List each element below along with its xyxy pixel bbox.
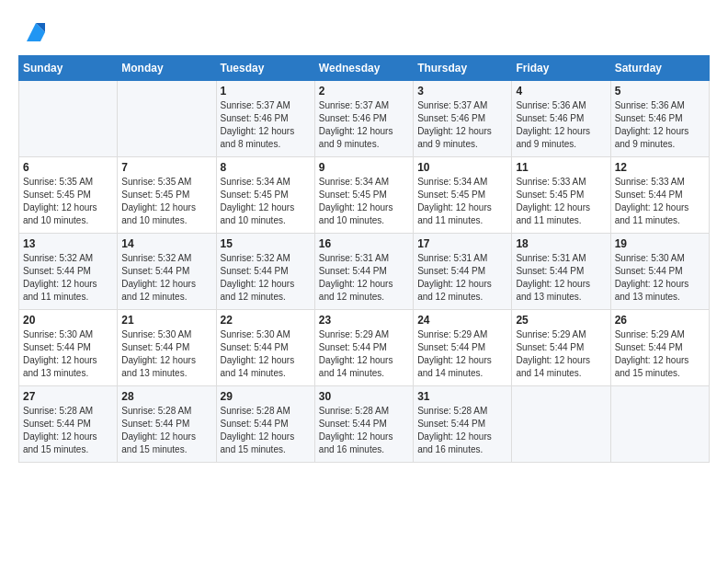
day-detail: Sunrise: 5:31 AM Sunset: 5:44 PM Dayligh… xyxy=(319,252,409,304)
weekday-header-wednesday: Wednesday xyxy=(314,56,413,81)
calendar-cell: 3Sunrise: 5:37 AM Sunset: 5:46 PM Daylig… xyxy=(414,81,512,157)
day-detail: Sunrise: 5:32 AM Sunset: 5:44 PM Dayligh… xyxy=(221,252,311,304)
calendar-cell: 13Sunrise: 5:32 AM Sunset: 5:44 PM Dayli… xyxy=(19,234,118,310)
day-number: 13 xyxy=(23,237,113,250)
day-detail: Sunrise: 5:35 AM Sunset: 5:45 PM Dayligh… xyxy=(121,176,211,227)
day-number: 20 xyxy=(23,314,113,327)
day-number: 6 xyxy=(23,161,113,174)
calendar-cell: 14Sunrise: 5:32 AM Sunset: 5:44 PM Dayli… xyxy=(118,234,216,310)
day-detail: Sunrise: 5:29 AM Sunset: 5:44 PM Dayligh… xyxy=(516,328,606,380)
day-number: 7 xyxy=(121,161,211,174)
day-detail: Sunrise: 5:37 AM Sunset: 5:46 PM Dayligh… xyxy=(221,99,311,151)
day-number: 24 xyxy=(417,314,507,327)
calendar-cell: 22Sunrise: 5:30 AM Sunset: 5:44 PM Dayli… xyxy=(216,310,314,386)
day-number: 11 xyxy=(516,161,606,174)
calendar-cell: 2Sunrise: 5:37 AM Sunset: 5:46 PM Daylig… xyxy=(314,81,413,157)
day-detail: Sunrise: 5:29 AM Sunset: 5:44 PM Dayligh… xyxy=(319,328,409,380)
week-row-5: 27Sunrise: 5:28 AM Sunset: 5:44 PM Dayli… xyxy=(19,386,710,463)
weekday-header-saturday: Saturday xyxy=(610,56,709,81)
day-number: 12 xyxy=(615,161,705,174)
calendar-cell: 29Sunrise: 5:28 AM Sunset: 5:44 PM Dayli… xyxy=(216,386,314,463)
day-detail: Sunrise: 5:28 AM Sunset: 5:44 PM Dayligh… xyxy=(417,405,507,456)
calendar-cell: 15Sunrise: 5:32 AM Sunset: 5:44 PM Dayli… xyxy=(216,234,314,310)
weekday-header-monday: Monday xyxy=(118,56,216,81)
day-detail: Sunrise: 5:36 AM Sunset: 5:46 PM Dayligh… xyxy=(615,99,705,151)
day-detail: Sunrise: 5:34 AM Sunset: 5:45 PM Dayligh… xyxy=(417,176,507,227)
calendar-cell: 12Sunrise: 5:33 AM Sunset: 5:44 PM Dayli… xyxy=(610,157,709,234)
calendar-cell: 27Sunrise: 5:28 AM Sunset: 5:44 PM Dayli… xyxy=(19,386,118,463)
calendar-cell: 24Sunrise: 5:29 AM Sunset: 5:44 PM Dayli… xyxy=(414,310,512,386)
day-number: 25 xyxy=(516,314,606,327)
calendar-cell: 1Sunrise: 5:37 AM Sunset: 5:46 PM Daylig… xyxy=(216,81,314,157)
calendar-cell: 11Sunrise: 5:33 AM Sunset: 5:45 PM Dayli… xyxy=(512,157,610,234)
day-detail: Sunrise: 5:31 AM Sunset: 5:44 PM Dayligh… xyxy=(417,252,507,304)
weekday-header-thursday: Thursday xyxy=(414,56,512,81)
day-number: 21 xyxy=(121,314,211,327)
calendar-cell: 10Sunrise: 5:34 AM Sunset: 5:45 PM Dayli… xyxy=(414,157,512,234)
day-number: 23 xyxy=(319,314,409,327)
day-number: 29 xyxy=(221,390,311,403)
page-header xyxy=(18,18,710,46)
calendar-cell: 5Sunrise: 5:36 AM Sunset: 5:46 PM Daylig… xyxy=(610,81,709,157)
day-detail: Sunrise: 5:35 AM Sunset: 5:45 PM Dayligh… xyxy=(23,176,113,227)
day-number: 22 xyxy=(221,314,311,327)
calendar-cell: 16Sunrise: 5:31 AM Sunset: 5:44 PM Dayli… xyxy=(314,234,413,310)
day-number: 17 xyxy=(417,237,507,250)
day-number: 19 xyxy=(615,237,705,250)
logo-icon xyxy=(22,18,50,46)
calendar-cell xyxy=(610,386,709,463)
logo xyxy=(18,18,50,46)
weekday-header-sunday: Sunday xyxy=(19,56,118,81)
day-number: 4 xyxy=(516,85,606,98)
day-number: 10 xyxy=(417,161,507,174)
week-row-4: 20Sunrise: 5:30 AM Sunset: 5:44 PM Dayli… xyxy=(19,310,710,386)
day-detail: Sunrise: 5:36 AM Sunset: 5:46 PM Dayligh… xyxy=(516,99,606,151)
day-number: 26 xyxy=(615,314,705,327)
calendar-cell xyxy=(512,386,610,463)
day-detail: Sunrise: 5:30 AM Sunset: 5:44 PM Dayligh… xyxy=(121,328,211,380)
day-detail: Sunrise: 5:30 AM Sunset: 5:44 PM Dayligh… xyxy=(615,252,705,304)
day-detail: Sunrise: 5:34 AM Sunset: 5:45 PM Dayligh… xyxy=(319,176,409,227)
day-number: 31 xyxy=(417,390,507,403)
day-number: 5 xyxy=(615,85,705,98)
calendar-cell: 21Sunrise: 5:30 AM Sunset: 5:44 PM Dayli… xyxy=(118,310,216,386)
day-number: 1 xyxy=(221,85,311,98)
day-number: 15 xyxy=(221,237,311,250)
day-detail: Sunrise: 5:32 AM Sunset: 5:44 PM Dayligh… xyxy=(121,252,211,304)
day-detail: Sunrise: 5:33 AM Sunset: 5:45 PM Dayligh… xyxy=(516,176,606,227)
day-number: 8 xyxy=(221,161,311,174)
calendar-cell: 7Sunrise: 5:35 AM Sunset: 5:45 PM Daylig… xyxy=(118,157,216,234)
day-number: 14 xyxy=(121,237,211,250)
day-detail: Sunrise: 5:28 AM Sunset: 5:44 PM Dayligh… xyxy=(319,405,409,456)
calendar-cell: 30Sunrise: 5:28 AM Sunset: 5:44 PM Dayli… xyxy=(314,386,413,463)
day-detail: Sunrise: 5:31 AM Sunset: 5:44 PM Dayligh… xyxy=(516,252,606,304)
calendar-cell: 20Sunrise: 5:30 AM Sunset: 5:44 PM Dayli… xyxy=(19,310,118,386)
weekday-header-friday: Friday xyxy=(512,56,610,81)
day-detail: Sunrise: 5:30 AM Sunset: 5:44 PM Dayligh… xyxy=(23,328,113,380)
day-detail: Sunrise: 5:28 AM Sunset: 5:44 PM Dayligh… xyxy=(23,405,113,456)
week-row-2: 6Sunrise: 5:35 AM Sunset: 5:45 PM Daylig… xyxy=(19,157,710,234)
weekday-header-tuesday: Tuesday xyxy=(216,56,314,81)
day-detail: Sunrise: 5:30 AM Sunset: 5:44 PM Dayligh… xyxy=(221,328,311,380)
calendar-cell: 18Sunrise: 5:31 AM Sunset: 5:44 PM Dayli… xyxy=(512,234,610,310)
day-detail: Sunrise: 5:37 AM Sunset: 5:46 PM Dayligh… xyxy=(319,99,409,151)
day-detail: Sunrise: 5:29 AM Sunset: 5:44 PM Dayligh… xyxy=(615,328,705,380)
day-detail: Sunrise: 5:33 AM Sunset: 5:44 PM Dayligh… xyxy=(615,176,705,227)
calendar-cell xyxy=(118,81,216,157)
calendar-cell: 17Sunrise: 5:31 AM Sunset: 5:44 PM Dayli… xyxy=(414,234,512,310)
day-number: 28 xyxy=(121,390,211,403)
calendar-table: SundayMondayTuesdayWednesdayThursdayFrid… xyxy=(18,55,710,463)
day-number: 2 xyxy=(319,85,409,98)
day-number: 18 xyxy=(516,237,606,250)
calendar-cell: 9Sunrise: 5:34 AM Sunset: 5:45 PM Daylig… xyxy=(314,157,413,234)
calendar-cell: 23Sunrise: 5:29 AM Sunset: 5:44 PM Dayli… xyxy=(314,310,413,386)
calendar-cell: 8Sunrise: 5:34 AM Sunset: 5:45 PM Daylig… xyxy=(216,157,314,234)
calendar-cell: 4Sunrise: 5:36 AM Sunset: 5:46 PM Daylig… xyxy=(512,81,610,157)
day-number: 9 xyxy=(319,161,409,174)
calendar-cell: 26Sunrise: 5:29 AM Sunset: 5:44 PM Dayli… xyxy=(610,310,709,386)
calendar-cell: 25Sunrise: 5:29 AM Sunset: 5:44 PM Dayli… xyxy=(512,310,610,386)
calendar-cell: 28Sunrise: 5:28 AM Sunset: 5:44 PM Dayli… xyxy=(118,386,216,463)
day-number: 27 xyxy=(23,390,113,403)
calendar-cell xyxy=(19,81,118,157)
calendar-cell: 19Sunrise: 5:30 AM Sunset: 5:44 PM Dayli… xyxy=(610,234,709,310)
